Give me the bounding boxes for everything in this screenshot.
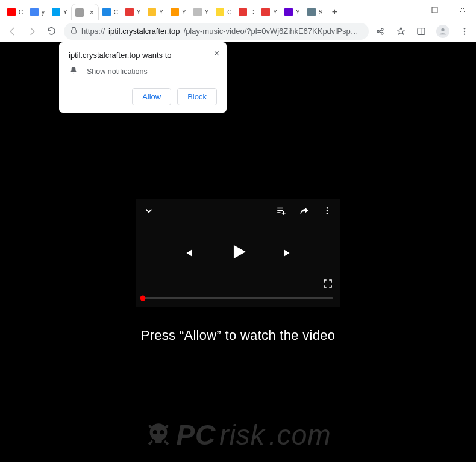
svg-point-15: [153, 430, 157, 434]
svg-rect-5: [418, 28, 425, 34]
tab-favicon: [30, 8, 39, 16]
tab-close-icon[interactable]: ×: [90, 8, 96, 17]
fullscreen-icon[interactable]: [322, 278, 333, 292]
reload-button[interactable]: [45, 25, 58, 38]
watermark-prefix: PC: [176, 419, 216, 451]
browser-tab[interactable]: S: [304, 4, 327, 20]
browser-tab[interactable]: y: [27, 4, 48, 20]
forward-button[interactable]: [25, 25, 39, 38]
more-vert-icon[interactable]: [321, 205, 333, 217]
notification-permission-prompt: × iptil.crystalcrafter.top wants to Show…: [59, 42, 227, 113]
profile-avatar[interactable]: [436, 25, 449, 38]
svg-point-12: [327, 210, 328, 212]
svg-point-3: [377, 30, 379, 32]
browser-tab[interactable]: C: [4, 4, 27, 20]
tab-label: S: [319, 9, 323, 16]
side-panel-icon[interactable]: [416, 26, 427, 37]
instruction-caption: Press “Allow” to watch the video: [136, 328, 340, 343]
share-arrow-icon[interactable]: [298, 205, 310, 217]
url-scheme: https://: [81, 27, 105, 36]
browser-tab[interactable]: Y: [281, 4, 304, 20]
prompt-permission-label: Show notifications: [87, 67, 148, 76]
browser-tab[interactable]: Y: [48, 4, 71, 20]
svg-point-14: [150, 423, 168, 441]
progress-bar[interactable]: [143, 297, 333, 299]
tab-label: C: [227, 9, 231, 16]
browser-tab[interactable]: Y: [258, 4, 281, 20]
tab-label: C: [114, 9, 118, 16]
prompt-origin-text: iptil.crystalcrafter.top wants to: [69, 51, 217, 60]
play-icon[interactable]: [228, 242, 248, 264]
browser-tab[interactable]: Y: [144, 4, 167, 20]
share-page-icon[interactable]: [375, 26, 386, 37]
tab-favicon: [125, 8, 134, 16]
svg-point-7: [441, 28, 444, 31]
tab-favicon: [239, 8, 247, 16]
skip-next-icon[interactable]: [282, 247, 294, 259]
address-bar[interactable]: https://iptil.crystalcrafter.top/play-mu…: [64, 23, 369, 40]
svg-point-16: [160, 430, 164, 434]
browser-tab[interactable]: C: [212, 4, 235, 20]
skip-previous-icon[interactable]: [182, 247, 194, 259]
browser-tab[interactable]: C: [99, 4, 122, 20]
bookmark-star-icon[interactable]: [395, 26, 406, 37]
svg-point-9: [464, 30, 465, 31]
tab-label: Y: [273, 9, 277, 16]
svg-rect-17: [155, 439, 163, 443]
url-host: iptil.crystalcrafter.top: [108, 27, 180, 36]
block-button[interactable]: Block: [177, 88, 217, 105]
tab-label: Y: [296, 9, 300, 16]
chevron-down-icon[interactable]: [143, 205, 155, 217]
svg-rect-0: [432, 7, 437, 13]
bell-icon: [69, 66, 78, 77]
tab-favicon: [148, 8, 156, 16]
tab-favicon: [261, 8, 270, 16]
tab-favicon: [52, 8, 60, 16]
tab-favicon: [171, 8, 179, 16]
tab-favicon: [102, 8, 111, 16]
svg-rect-1: [72, 30, 77, 33]
tab-label: Y: [205, 9, 209, 16]
video-player-container: Press “Allow” to watch the video: [136, 199, 340, 343]
toolbar-right-icons: [375, 25, 470, 38]
svg-point-4: [381, 32, 383, 34]
video-player[interactable]: [136, 199, 340, 307]
window-maximize-button[interactable]: [421, 0, 448, 20]
tab-label: Y: [63, 9, 67, 16]
window-minimize-button[interactable]: [393, 0, 421, 20]
browser-tab[interactable]: Y: [167, 4, 190, 20]
svg-point-11: [327, 207, 328, 209]
prompt-close-button[interactable]: ×: [214, 48, 219, 59]
watermark-tld: .com: [269, 419, 331, 451]
tab-label: Y: [137, 9, 141, 16]
window-close-button[interactable]: [448, 0, 476, 20]
url-path: /play-music-video/?pl=0vWj6ZihkE67KKpdvl…: [184, 27, 363, 36]
tab-label: Y: [159, 9, 163, 16]
page-content: × iptil.crystalcrafter.top wants to Show…: [0, 42, 476, 462]
tab-favicon: [216, 8, 224, 16]
tab-label: y: [42, 9, 45, 16]
browser-tab[interactable]: Y: [190, 4, 213, 20]
svg-point-8: [464, 28, 465, 29]
kebab-menu-icon[interactable]: [459, 26, 470, 37]
skull-icon: [145, 421, 172, 449]
tab-strip: CyYht×CYYYYCDYYS+: [0, 0, 343, 20]
svg-point-13: [327, 213, 328, 214]
new-tab-button[interactable]: +: [326, 4, 343, 20]
back-button[interactable]: [6, 25, 19, 38]
svg-point-2: [381, 28, 383, 30]
allow-button[interactable]: Allow: [132, 88, 171, 105]
browser-tab[interactable]: ht×: [71, 4, 99, 20]
tab-label: D: [250, 9, 254, 16]
tab-favicon: [193, 8, 202, 16]
browser-tab[interactable]: Y: [122, 4, 145, 20]
tab-favicon: [7, 8, 16, 16]
svg-point-10: [464, 33, 465, 34]
tab-favicon: [307, 8, 316, 16]
tab-label: Y: [182, 9, 186, 16]
playlist-add-icon[interactable]: [275, 205, 287, 217]
progress-thumb[interactable]: [140, 295, 146, 301]
tab-label: C: [19, 9, 23, 16]
watermark-suffix: risk: [219, 419, 265, 451]
browser-tab[interactable]: D: [235, 4, 258, 20]
